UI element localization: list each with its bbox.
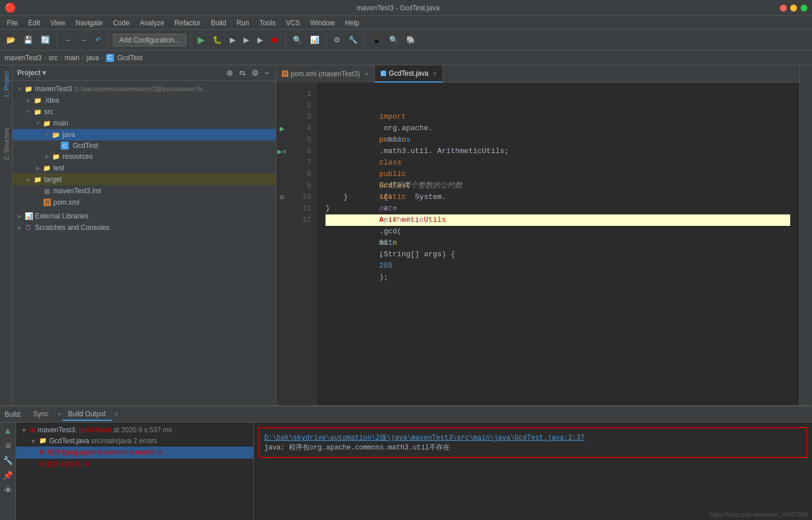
panel-close-btn[interactable]: − bbox=[263, 68, 271, 78]
pom-tab-close[interactable]: × bbox=[364, 71, 368, 77]
coverage-button[interactable]: 🔍 bbox=[290, 34, 305, 46]
breadcrumb-java[interactable]: java bbox=[87, 54, 99, 62]
root-label: mavenTest3 bbox=[35, 85, 72, 93]
tree-test[interactable]: 📁 test bbox=[13, 162, 276, 174]
tab-pom[interactable]: 🅼 pom.xml (mavenTest3) × bbox=[276, 65, 375, 83]
tree-scratches[interactable]: 🗒 Scratches and Consoles bbox=[13, 222, 276, 233]
gcdtest-tab-icon: C bbox=[380, 71, 387, 76]
ext-libs-arrow[interactable] bbox=[15, 213, 24, 219]
open-button[interactable]: 📂 bbox=[3, 34, 18, 46]
toolbar-separator-2 bbox=[108, 34, 109, 46]
nav-forward-button[interactable]: → bbox=[77, 34, 90, 46]
build-tool-icon[interactable]: 🔧 bbox=[3, 456, 13, 465]
menu-run[interactable]: Run bbox=[232, 18, 254, 28]
menu-vcs[interactable]: VCS bbox=[281, 18, 305, 28]
tree-target[interactable]: 📁 target bbox=[13, 174, 276, 185]
build-stop-icon[interactable]: ⏹ bbox=[4, 441, 12, 450]
sync-close[interactable]: × bbox=[58, 411, 61, 417]
build-pin-icon[interactable]: 📌 bbox=[3, 471, 13, 480]
menu-edit[interactable]: Edit bbox=[23, 18, 45, 28]
search-everywhere-button[interactable]: 🔍 bbox=[386, 34, 401, 46]
idea-arrow[interactable] bbox=[24, 97, 33, 103]
tree-external-libs[interactable]: 📊 External Libraries bbox=[13, 210, 276, 222]
build-gcdtest-arrow[interactable]: ▼ bbox=[30, 437, 39, 445]
menu-help[interactable]: Help bbox=[340, 18, 364, 28]
device-button[interactable]: 📱 bbox=[369, 34, 384, 46]
tree-iml[interactable]: ▦ mavenTest3.iml bbox=[13, 185, 276, 197]
test-arrow[interactable] bbox=[33, 165, 42, 171]
root-arrow[interactable] bbox=[15, 86, 24, 92]
menu-analyze[interactable]: Analyze bbox=[135, 18, 169, 28]
build-output-close[interactable]: × bbox=[115, 411, 119, 417]
tree-root[interactable]: 📁 mavenTest3 D:\bak\skydrive\automation\… bbox=[13, 83, 276, 95]
panel-collapse-btn[interactable]: ⇆ bbox=[237, 68, 248, 78]
build-eye-icon[interactable]: 👁 bbox=[4, 486, 12, 495]
build-item-error1[interactable]: ⊗ 程序包org.apache.commons.math3.ut... bbox=[16, 447, 253, 459]
main-arrow[interactable] bbox=[33, 120, 42, 126]
minimize-button[interactable] bbox=[790, 5, 797, 11]
tree-pom[interactable]: 🅼 pom.xml bbox=[13, 197, 276, 208]
code-content[interactable]: import org.apache. commons .math3.util. … bbox=[316, 83, 799, 405]
tree-gcdtest[interactable]: C GcdTest bbox=[13, 140, 276, 151]
src-arrow[interactable] bbox=[24, 109, 33, 115]
structure-tab[interactable]: Z: Structure bbox=[2, 124, 11, 163]
menu-view[interactable]: View bbox=[46, 18, 70, 28]
tree-resources[interactable]: 📁 resources bbox=[13, 151, 276, 162]
settings-button[interactable]: ⚙ bbox=[331, 34, 343, 46]
java-arrow[interactable] bbox=[42, 132, 52, 138]
resources-arrow[interactable] bbox=[42, 154, 52, 159]
run-config-dropdown[interactable]: Add Configuration... bbox=[113, 34, 186, 46]
build-up-icon[interactable]: ▲ bbox=[4, 426, 12, 435]
panel-settings-btn[interactable]: ⚙ bbox=[250, 68, 261, 78]
gutter-run-6[interactable]: ▶⊟ bbox=[277, 146, 287, 157]
menu-tools[interactable]: Tools bbox=[255, 18, 280, 28]
undo-button[interactable]: ↶ bbox=[92, 34, 104, 46]
tab-gcdtest[interactable]: C GcdTest.java × bbox=[375, 65, 443, 83]
breadcrumb-main[interactable]: main bbox=[65, 54, 80, 62]
close-button[interactable] bbox=[780, 5, 787, 11]
breadcrumb-src[interactable]: src bbox=[49, 54, 58, 62]
breadcrumb-gcdtest[interactable]: GcdTest bbox=[117, 54, 143, 62]
save-button[interactable]: 💾 bbox=[21, 34, 36, 46]
build-item-error2[interactable]: ⊗ 找不到符号 :8 bbox=[16, 459, 253, 471]
menu-build[interactable]: Build bbox=[206, 18, 231, 28]
fold-6[interactable]: ⊟ bbox=[283, 149, 287, 154]
gcdtest-label: GcdTest bbox=[73, 142, 98, 150]
stop-button[interactable]: ⏹ bbox=[268, 34, 281, 46]
scratches-arrow[interactable] bbox=[15, 225, 24, 230]
gradle-button[interactable]: 🐘 bbox=[403, 34, 418, 46]
run-coverage-button[interactable]: ▶ bbox=[227, 34, 238, 46]
build-item-gcdtest[interactable]: ▼ 📁 GcdTest.java src/main/java 2 errors bbox=[16, 436, 253, 447]
tree-src[interactable]: 📁 src bbox=[13, 106, 276, 118]
profiler-button[interactable]: 📊 bbox=[307, 34, 322, 46]
tab-build-output[interactable]: Build Output bbox=[62, 408, 112, 421]
panel-locate-btn[interactable]: ⊕ bbox=[225, 68, 235, 78]
breadcrumb-project[interactable]: mavenTest3 bbox=[5, 54, 42, 62]
gutter-run-4[interactable]: ▶ bbox=[277, 123, 287, 134]
fold-10[interactable]: ⊟ bbox=[280, 194, 284, 200]
gcdtest-tab-close[interactable]: × bbox=[433, 70, 437, 77]
menu-navigate[interactable]: Navigate bbox=[71, 18, 107, 28]
gutter-fold-10[interactable]: ⊟ bbox=[277, 191, 287, 203]
tools-button[interactable]: 🔧 bbox=[346, 34, 360, 46]
project-tab[interactable]: 1: Project bbox=[2, 68, 11, 101]
build-item-root[interactable]: ▼ ⊗ mavenTest3: build failed at 2020 9 s… bbox=[16, 425, 253, 436]
tab-sync[interactable]: Sync bbox=[28, 408, 54, 421]
menu-code[interactable]: Code bbox=[108, 18, 134, 28]
menu-window[interactable]: Window bbox=[305, 18, 339, 28]
debug-button[interactable]: 🐛 bbox=[210, 34, 225, 46]
maximize-button[interactable] bbox=[801, 5, 807, 11]
tree-idea[interactable]: 📁 .idea bbox=[13, 95, 276, 106]
sync-button[interactable]: 🔄 bbox=[38, 34, 53, 46]
error-file-link[interactable]: D:\bak\skydrive\automation\2级\java\maven… bbox=[264, 434, 585, 442]
menu-refactor[interactable]: Refactor bbox=[170, 18, 205, 28]
nav-back-button[interactable]: ← bbox=[61, 34, 74, 46]
run-alt-button[interactable]: ▶ bbox=[254, 34, 266, 46]
target-arrow[interactable] bbox=[24, 177, 33, 182]
tree-main[interactable]: 📁 main bbox=[13, 118, 276, 129]
run-profile-button[interactable]: ▶ bbox=[241, 34, 252, 46]
build-root-arrow[interactable]: ▼ bbox=[21, 427, 30, 435]
tree-java[interactable]: 📂 java bbox=[13, 129, 276, 140]
run-button[interactable]: ▶ bbox=[195, 33, 207, 47]
menu-file[interactable]: File bbox=[2, 18, 22, 28]
